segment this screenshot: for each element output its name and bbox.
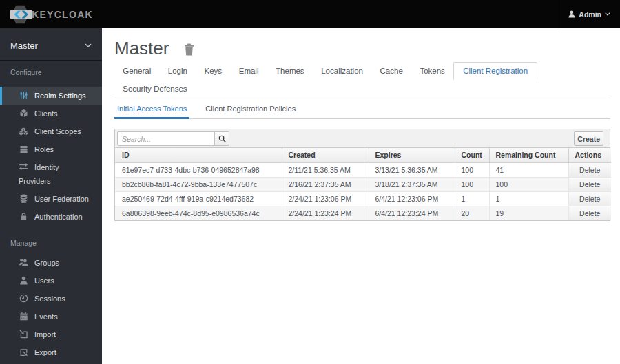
- sidebar-link-identity-providers[interactable]: Identity Providers: [0, 158, 102, 190]
- cell-id: bb2cb86b-fa81-4c72-9bba-133e7477507c: [115, 177, 282, 191]
- user-icon: [568, 10, 575, 18]
- cell-remaining: 100: [489, 177, 568, 191]
- sliders-icon: [19, 91, 28, 100]
- sidebar-menu: GroupsUsersSessionsEventsImportExport: [0, 254, 102, 361]
- tab-localization[interactable]: Localization: [313, 62, 371, 80]
- sidebar-item-events[interactable]: Events: [0, 308, 102, 325]
- create-button[interactable]: Create: [574, 131, 603, 146]
- sidebar-link-authentication[interactable]: Authentication: [0, 208, 102, 226]
- sidebar-link-roles[interactable]: Roles: [0, 140, 102, 158]
- cell-remaining: 19: [489, 206, 568, 220]
- cell-actions: Delete: [568, 162, 611, 177]
- cube-icon: [19, 109, 28, 118]
- tab-security-defenses[interactable]: Security Defenses: [114, 80, 196, 98]
- sidebar-item-authentication[interactable]: Authentication: [0, 208, 102, 226]
- column-header-count: Count: [455, 148, 489, 162]
- cell-remaining: 41: [489, 162, 568, 177]
- sidebar-link-sessions[interactable]: Sessions: [0, 290, 102, 308]
- sidebar-item-sessions[interactable]: Sessions: [0, 290, 102, 308]
- subtab-initial-access-tokens[interactable]: Initial Access Tokens: [114, 101, 189, 119]
- list-icon: [19, 144, 28, 153]
- column-header-actions: Actions: [568, 148, 611, 162]
- tabs-row-2: Security Defenses: [114, 80, 610, 98]
- user-menu[interactable]: Admin: [557, 0, 620, 28]
- tab-general[interactable]: General: [114, 62, 160, 80]
- app-layout: Master ConfigureRealm SettingsClientsCli…: [0, 28, 620, 364]
- user-name: Admin: [579, 10, 601, 19]
- sidebar-link-import[interactable]: Import: [0, 325, 102, 343]
- sidebar-item-identity-providers[interactable]: Identity Providers: [0, 158, 102, 190]
- clock-icon: [19, 294, 28, 303]
- delete-realm-button[interactable]: [184, 43, 194, 56]
- tabs-row-1: GeneralLoginKeysEmailThemesLocalizationC…: [114, 62, 610, 80]
- sidebar-menu: Realm SettingsClientsClient ScopesRolesI…: [0, 87, 102, 226]
- cell-id: 6a806398-9eeb-474c-8d95-e0986536a74c: [115, 206, 282, 220]
- cell-actions: Delete: [568, 177, 611, 191]
- tokens-table: IDCreatedExpiresCountRemaining CountActi…: [115, 148, 611, 220]
- column-header-id: ID: [115, 148, 282, 162]
- tab-client-registration[interactable]: Client Registration: [453, 62, 537, 80]
- sidebar-item-label: Events: [34, 312, 58, 321]
- sidebar-link-clients[interactable]: Clients: [0, 105, 102, 122]
- tab-email[interactable]: Email: [230, 62, 267, 80]
- sidebar-link-groups[interactable]: Groups: [0, 254, 102, 272]
- cell-count: 1: [455, 191, 489, 206]
- tab-tokens[interactable]: Tokens: [411, 62, 453, 80]
- realm-tabs: GeneralLoginKeysEmailThemesLocalizationC…: [114, 62, 610, 98]
- sidebar-item-label: Realm Settings: [34, 92, 86, 100]
- tab-login[interactable]: Login: [160, 62, 196, 80]
- sidebar-section-label: Configure: [0, 68, 102, 77]
- sidebar-item-groups[interactable]: Groups: [0, 254, 102, 272]
- tab-keys[interactable]: Keys: [196, 62, 230, 80]
- sidebar-link-events[interactable]: Events: [0, 308, 102, 325]
- sidebar-item-realm-settings[interactable]: Realm Settings: [0, 87, 102, 105]
- column-header-expires: Expires: [369, 148, 455, 162]
- cell-expires: 3/18/21 2:37:35 AM: [369, 177, 455, 191]
- sidebar-item-client-scopes[interactable]: Client Scopes: [0, 122, 102, 140]
- sidebar-item-label: Groups: [34, 259, 59, 267]
- tab-themes[interactable]: Themes: [267, 62, 313, 80]
- top-navbar: KEYCLOAK Admin: [0, 0, 620, 28]
- cell-count: 20: [455, 206, 489, 220]
- search-button[interactable]: [214, 131, 229, 146]
- sidebar-item-export[interactable]: Export: [0, 343, 102, 361]
- sidebar-link-realm-settings[interactable]: Realm Settings: [0, 87, 102, 105]
- table-row: 61e97ec7-d733-4dbc-b736-049652847a982/11…: [115, 162, 611, 177]
- sidebar-item-label: Clients: [34, 109, 58, 118]
- page-title: Master: [114, 39, 169, 58]
- table-toolbar: Create: [115, 129, 610, 148]
- sidebar-link-user-federation[interactable]: User Federation: [0, 190, 102, 208]
- table-row: 6a806398-9eeb-474c-8d95-e0986536a74c2/24…: [115, 206, 611, 220]
- delete-button[interactable]: Delete: [569, 192, 612, 206]
- sidebar-link-export[interactable]: Export: [0, 343, 102, 361]
- sidebar-link-users[interactable]: Users: [0, 272, 102, 290]
- sidebar-link-client-scopes[interactable]: Client Scopes: [0, 122, 102, 140]
- svg-text:KEYCLOAK: KEYCLOAK: [32, 9, 93, 20]
- chevron-down-icon: [605, 12, 610, 16]
- users-icon: [19, 258, 28, 267]
- tab-cache[interactable]: Cache: [371, 62, 411, 80]
- table-row: ae250469-72d4-4fff-919a-c9214ed736822/24…: [115, 191, 611, 206]
- cell-created: 2/24/21 1:23:24 PM: [282, 206, 369, 220]
- sidebar-item-user-federation[interactable]: User Federation: [0, 190, 102, 208]
- sidebar-item-import[interactable]: Import: [0, 325, 102, 343]
- cell-id: 61e97ec7-d733-4dbc-b736-049652847a98: [115, 162, 282, 177]
- sidebar-item-users[interactable]: Users: [0, 272, 102, 290]
- cell-id: ae250469-72d4-4fff-919a-c9214ed73682: [115, 191, 282, 206]
- sidebar-item-label: Client Scopes: [34, 127, 81, 136]
- delete-button[interactable]: Delete: [569, 206, 612, 220]
- keycloak-logo[interactable]: KEYCLOAK: [10, 5, 94, 24]
- sidebar-item-label: Import: [34, 330, 56, 339]
- export-icon: [19, 347, 28, 356]
- subtab-client-registration-policies[interactable]: Client Registration Policies: [203, 101, 298, 119]
- delete-button[interactable]: Delete: [569, 163, 612, 177]
- sidebar-item-roles[interactable]: Roles: [0, 140, 102, 158]
- cell-count: 100: [455, 162, 489, 177]
- calendar-icon: [19, 312, 28, 321]
- table-row: bb2cb86b-fa81-4c72-9bba-133e7477507c2/16…: [115, 177, 611, 191]
- trash-icon: [184, 43, 194, 56]
- delete-button[interactable]: Delete: [569, 178, 612, 191]
- search-input[interactable]: [117, 131, 215, 146]
- sidebar-item-clients[interactable]: Clients: [0, 105, 102, 122]
- realm-selector[interactable]: Master: [0, 28, 102, 61]
